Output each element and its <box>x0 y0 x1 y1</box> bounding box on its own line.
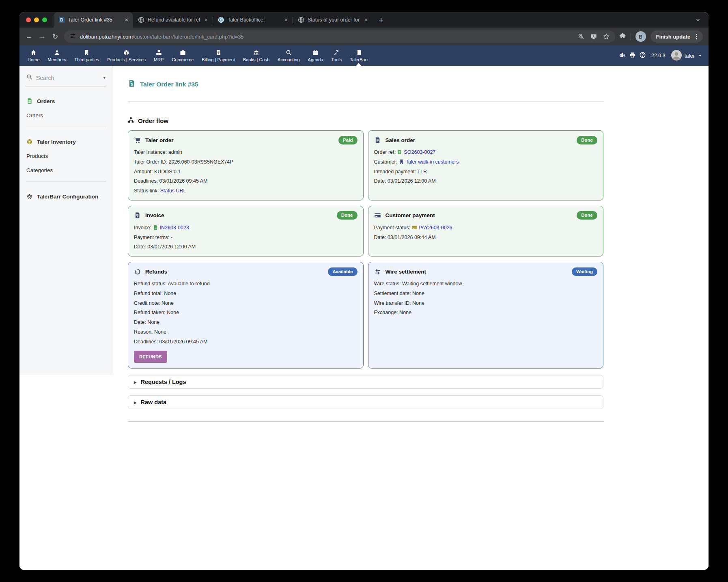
more-menu-icon[interactable]: ⋮ <box>694 33 700 40</box>
nav-item-label: TalerBarr <box>350 57 368 62</box>
new-tab-button[interactable]: + <box>375 14 387 26</box>
reload-button[interactable]: ↻ <box>49 30 62 43</box>
tab-search-button[interactable] <box>692 14 704 26</box>
zoom-window-button[interactable] <box>42 17 47 22</box>
dolibarr-navbar: HomeMembersThird partiesProducts | Servi… <box>19 45 709 66</box>
nav-item-third-parties[interactable]: Third parties <box>70 45 103 66</box>
minimize-window-button[interactable] <box>34 17 39 22</box>
card-taler-order: Taler orderPaidTaler Instance: adminTale… <box>128 130 364 200</box>
card-link-pay2603-0026[interactable]: PAY2603-0026 <box>419 225 452 231</box>
print-icon[interactable] <box>629 52 635 59</box>
tab-taler-order-link-35[interactable]: DTaler Order link #35× <box>54 12 133 28</box>
sidebar-heading-talerbarr-configuration[interactable]: TalerBarr Configuration <box>26 193 106 200</box>
card-line-text: Status link: <box>134 188 160 194</box>
mic-off-icon[interactable] <box>578 33 584 40</box>
card-link-taler-walk-in-customers[interactable]: Taler walk-in customers <box>406 159 459 165</box>
tab-status-of-your-order-forshow[interactable]: Status of your order forShow× <box>293 12 373 28</box>
site-settings-icon[interactable] <box>70 33 76 40</box>
tab-refund-available-for-refund-of[interactable]: Refund available for refund of× <box>133 12 213 28</box>
install-icon[interactable] <box>590 33 597 40</box>
page-title: Taler Order link #35 <box>140 81 198 88</box>
forward-button[interactable]: → <box>36 30 49 43</box>
sidebar-item-products[interactable]: Products <box>26 153 106 159</box>
nav-item-talerbarr[interactable]: TalerBarr <box>346 45 372 66</box>
card-line-text: Refund total: None <box>134 291 176 296</box>
sidebar-item-orders[interactable]: Orders <box>26 112 106 119</box>
card-line: Customer: Taler walk-in customers <box>374 159 598 166</box>
url-bar[interactable]: dolibarr.potuzhnyi.com/custom/talerbarr/… <box>64 30 615 43</box>
nav-item-tools[interactable]: Tools <box>327 45 346 66</box>
nav-item-banks-cash[interactable]: Banks | Cash <box>239 45 274 66</box>
nav-item-billing-payment[interactable]: Billing | Payment <box>198 45 239 66</box>
sidebar-item-categories[interactable]: Categories <box>26 167 106 173</box>
order-flow-cards: Taler orderPaidTaler Instance: adminTale… <box>128 130 603 369</box>
card-line: Date: None <box>134 319 358 326</box>
sidebar-heading-label: Orders <box>37 98 55 104</box>
profile-avatar[interactable]: B <box>635 31 646 42</box>
nav-item-home[interactable]: Home <box>24 45 43 66</box>
chevron-down-icon <box>698 53 702 58</box>
close-window-button[interactable] <box>26 17 31 22</box>
card-line-text: Taler Instance: admin <box>134 149 182 155</box>
tab-strip: DTaler Order link #35×Refund available f… <box>19 12 709 28</box>
sitemap-icon <box>128 117 134 123</box>
nav-item-commerce[interactable]: Commerce <box>168 45 198 66</box>
divider <box>128 421 603 422</box>
nav-item-mrp[interactable]: MRP <box>150 45 168 66</box>
card-link-status-url[interactable]: Status URL <box>160 188 186 194</box>
url-text: dolibarr.potuzhnyi.com/custom/talerbarr/… <box>80 34 573 40</box>
search-dropdown-icon[interactable]: ▾ <box>103 75 106 80</box>
card-header: InvoiceDone <box>134 210 358 221</box>
tab-close-icon[interactable]: × <box>123 17 130 23</box>
doc-green-icon <box>397 149 402 155</box>
extensions-icon[interactable] <box>619 32 626 41</box>
finish-update-button[interactable]: Finish update⋮ <box>650 30 703 43</box>
sidebar-heading-orders[interactable]: Orders <box>26 98 106 104</box>
refunds-button[interactable]: REFUNDS <box>134 351 167 363</box>
doc-green-icon <box>26 98 33 104</box>
status-badge: Done <box>577 211 597 220</box>
card-line-text: Deadlines: 03/01/2026 09:45 AM <box>134 339 207 345</box>
browser-toolbar: ← → ↻ dolibarr.potuzhnyi.com/custom/tale… <box>19 28 709 45</box>
star-icon[interactable] <box>603 33 610 40</box>
doc-icon <box>374 137 381 144</box>
card-line: Taler Instance: admin <box>134 149 358 156</box>
search-icon <box>26 74 32 82</box>
boxes-icon <box>156 50 162 56</box>
order-flow-label: Order flow <box>138 117 168 124</box>
nav-item-label: Banks | Cash <box>243 57 269 62</box>
tab-taler-backoffice[interactable]: Taler Backoffice:× <box>213 12 293 28</box>
sidebar-section-talerbarr-configuration: TalerBarr Configuration <box>26 182 106 208</box>
accordion-label: Requests / Logs <box>141 379 186 385</box>
card-customer-payment: Customer paymentDonePayment status: PAY2… <box>368 206 604 257</box>
back-button[interactable]: ← <box>23 30 36 43</box>
nav-item-accounting[interactable]: Accounting <box>274 45 304 66</box>
card-line-text: Wire transfer ID: None <box>374 300 424 306</box>
sidebar-heading-taler-inventory[interactable]: Taler Inventory <box>26 138 106 145</box>
nav-item-agenda[interactable]: Agenda <box>304 45 327 66</box>
magnifier-icon <box>286 50 292 56</box>
tab-close-icon[interactable]: × <box>283 17 289 23</box>
tab-close-icon[interactable]: × <box>203 17 209 23</box>
nav-item-label: Third parties <box>74 57 99 62</box>
card-link-in2603-0023[interactable]: IN2603-0023 <box>160 225 189 231</box>
card-link-so2603-0027[interactable]: SO2603-0027 <box>404 149 435 155</box>
nav-item-products-services[interactable]: Products | Services <box>103 45 150 66</box>
card-line: Invoice: IN2603-0023 <box>134 224 358 232</box>
tab-close-icon[interactable]: × <box>363 17 369 23</box>
user-menu[interactable]: taler <box>671 50 702 62</box>
printer-icon <box>629 52 635 58</box>
nav-item-members[interactable]: Members <box>43 45 70 66</box>
accordion-raw-data[interactable]: ▸Raw data <box>128 395 603 409</box>
bug-report-icon[interactable] <box>619 52 625 59</box>
card-body: Taler Instance: adminTaler Order ID: 202… <box>134 149 358 195</box>
search-input[interactable] <box>36 75 85 81</box>
building-small-icon <box>399 159 404 164</box>
help-icon[interactable] <box>640 52 646 59</box>
accordion-requests-logs[interactable]: ▸Requests / Logs <box>128 375 603 389</box>
card-line-text: Wire status: Waiting settlement window <box>374 281 462 287</box>
house-icon <box>30 50 37 56</box>
svg-text:D: D <box>60 17 63 22</box>
caret-right-icon: ▸ <box>134 379 137 385</box>
card-line-text: Date: 03/01/2026 12:00 AM <box>134 244 196 250</box>
